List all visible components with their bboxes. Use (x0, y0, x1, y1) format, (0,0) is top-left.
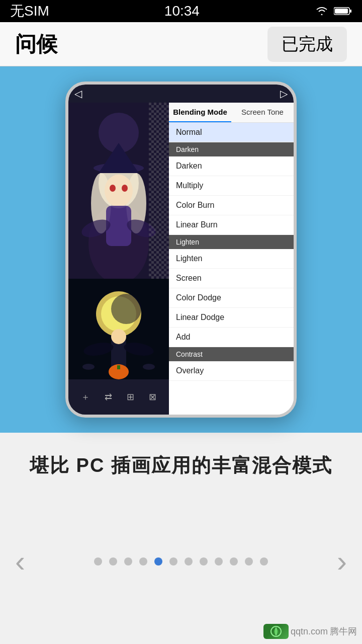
category-lighten: Lighten (169, 235, 294, 249)
svg-rect-2 (335, 9, 348, 14)
svg-rect-17 (149, 103, 169, 279)
blend-list: Normal Darken Darken Multiply Color Burn… (169, 123, 294, 415)
prev-arrow[interactable]: ‹ (15, 544, 25, 579)
watermark-site: qqtn.com (291, 626, 328, 637)
dot-9[interactable] (230, 557, 238, 566)
blend-tabs: Blending Mode Screen Tone (169, 103, 294, 123)
reorder-button[interactable]: ⇄ (105, 391, 112, 403)
artwork-canvas (68, 103, 169, 279)
delete-button[interactable]: ⊠ (149, 391, 156, 403)
svg-rect-1 (350, 10, 351, 13)
time-label: 10:34 (164, 3, 200, 19)
page-title: 问候 (15, 30, 57, 58)
add-layer-button[interactable]: ＋ (81, 391, 90, 403)
blend-item-color-burn[interactable]: Color Burn (169, 196, 294, 215)
back-button[interactable]: ◁ (74, 88, 82, 100)
blend-item-color-dodge[interactable]: Color Dodge (169, 288, 294, 308)
copy-button[interactable]: ⊞ (127, 391, 134, 403)
carrier-label: 无SIM (10, 2, 49, 21)
dot-7[interactable] (200, 557, 208, 566)
tab-screen-tone[interactable]: Screen Tone (231, 103, 294, 122)
dots-row (94, 557, 268, 566)
blend-item-overlay[interactable]: Overlay (169, 361, 294, 381)
dot-6[interactable] (185, 557, 193, 566)
blend-item-screen[interactable]: Screen (169, 269, 294, 288)
right-blend-panel: Blending Mode Screen Tone Normal Darken … (169, 103, 294, 415)
wifi-icon (315, 3, 329, 19)
watermark-logo (263, 624, 289, 639)
thumbnail-art (68, 279, 169, 379)
category-contrast: Contrast (169, 347, 294, 361)
dot-11[interactable] (260, 557, 268, 566)
dot-5[interactable] (169, 557, 177, 566)
main-content: ◁ ▷ (0, 66, 362, 589)
status-right-icons (315, 3, 352, 19)
phone-mockup: ◁ ▷ (65, 82, 297, 418)
done-button[interactable]: 已完成 (267, 27, 347, 62)
caption-spacer (0, 494, 362, 534)
svg-point-13 (122, 185, 128, 192)
dot-1[interactable] (109, 557, 117, 566)
svg-point-23 (111, 294, 141, 324)
forward-button[interactable]: ▷ (280, 88, 288, 100)
tab-blending-mode[interactable]: Blending Mode (169, 103, 231, 122)
blend-item-multiply[interactable]: Multiply (169, 176, 294, 196)
blend-item-linear-dodge[interactable]: Linear Dodge (169, 308, 294, 328)
dot-8[interactable] (215, 557, 223, 566)
svg-point-31 (143, 364, 155, 370)
dot-4[interactable] (154, 557, 162, 566)
svg-point-25 (111, 329, 126, 344)
carousel: ◁ ▷ (0, 66, 362, 433)
svg-point-30 (82, 364, 95, 370)
phone-screen: ◁ ▷ (68, 85, 294, 415)
status-bar: 无SIM 10:34 (0, 0, 362, 22)
watermark-brand: 腾牛网 (330, 625, 357, 637)
dot-3[interactable] (139, 557, 147, 566)
battery-icon (334, 3, 352, 19)
watermark: qqtn.com 腾牛网 (263, 624, 357, 639)
blend-item-normal[interactable]: Normal (169, 123, 294, 142)
dot-0[interactable] (94, 557, 102, 566)
next-arrow[interactable]: › (337, 544, 347, 579)
blend-item-add[interactable]: Add (169, 328, 294, 347)
caption-area: 堪比 PC 插画应用的丰富混合模式 (0, 433, 362, 494)
svg-point-12 (110, 185, 116, 192)
svg-point-11 (105, 175, 133, 207)
blend-item-darken[interactable]: Darken (169, 156, 294, 176)
category-darken: Darken (169, 142, 294, 156)
blend-item-lighten[interactable]: Lighten (169, 249, 294, 269)
caption-text: 堪比 PC 插画应用的丰富混合模式 (20, 453, 342, 478)
bottom-tools: ＋ ⇄ ⊞ ⊠ (68, 379, 169, 415)
left-panel: ＋ ⇄ ⊞ ⊠ (68, 103, 169, 415)
navigation-bar: 问候 已完成 (0, 22, 362, 66)
blend-item-linear-burn[interactable]: Linear Burn (169, 215, 294, 235)
blending-panel: ＋ ⇄ ⊞ ⊠ Blending Mode Screen Tone (68, 103, 294, 415)
thumbnail-strip (68, 279, 169, 379)
dot-10[interactable] (245, 557, 253, 566)
phone-top-bar: ◁ ▷ (68, 85, 294, 103)
dot-2[interactable] (124, 557, 132, 566)
carousel-nav: ‹ › (0, 534, 362, 589)
svg-rect-29 (117, 365, 120, 369)
